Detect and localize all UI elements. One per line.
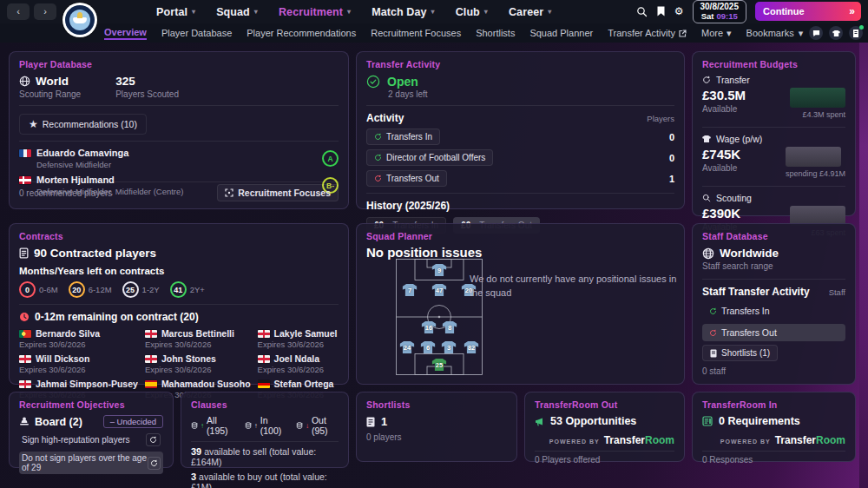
bucket-0-6m[interactable]: 00-6M [19, 281, 58, 298]
refresh-icon [709, 329, 717, 337]
search-icon[interactable] [636, 6, 648, 17]
continue-button[interactable]: Continue » [755, 2, 861, 21]
menu-squad[interactable]: Squad▾ [216, 6, 258, 18]
filter-label: All (195) [207, 415, 234, 436]
contract-cell[interactable]: Joel NdalaExpires 30/6/2026 [258, 353, 339, 374]
contract-cell[interactable]: Will DicksonExpires 30/6/2026 [19, 353, 138, 374]
forward-button[interactable]: › [34, 3, 56, 20]
dof-offers-chip[interactable]: Director of Football Offers [366, 149, 493, 166]
chevron-down-icon: ▾ [347, 8, 351, 16]
check-circle-icon [366, 75, 380, 89]
menu-label: Career [509, 6, 543, 18]
contract-cell[interactable]: Bernardo SilvaExpires 30/6/2026 [19, 328, 138, 349]
tab-recruitment-focuses[interactable]: Recruitment Focuses [371, 28, 461, 38]
tab-player-recommendations[interactable]: Player Recommendations [247, 28, 356, 38]
tab-label: More [701, 28, 723, 38]
gear-icon[interactable]: ⚙ [674, 5, 684, 17]
forward-icon: › [43, 6, 47, 16]
bucket-2y-plus[interactable]: 412Y+ [170, 281, 205, 298]
menu-career[interactable]: Career▾ [509, 6, 551, 18]
up-arrow-icon: ↑ [254, 422, 258, 430]
subnav-right: Bookmarks ▾ [746, 26, 868, 40]
nation-flag [145, 355, 157, 363]
nation-flag [145, 330, 157, 338]
chat-icon[interactable] [809, 26, 823, 40]
shortlist-icon [366, 417, 375, 427]
nation-flag [258, 355, 270, 363]
refresh-icon [374, 154, 382, 162]
menu-recruitment[interactable]: Recruitment▾ [279, 6, 351, 18]
panel-title: TransferRoom Out [535, 399, 674, 410]
shirt-icon[interactable] [829, 26, 843, 40]
chevron-down-icon: ▾ [431, 8, 435, 16]
objective-row[interactable]: Do not sign players over the age of 29 [19, 452, 163, 474]
recommended-player-row[interactable]: Eduardo Camavinga Defensive Midfielder A [19, 148, 339, 169]
squad-planner-description: We do not currently have any positional … [470, 273, 682, 300]
scout-rating-badge: A [322, 150, 339, 167]
shortlists-panel: Shortlists 1 0 players [356, 392, 517, 462]
undecided-badge: – Undecided [103, 415, 163, 428]
transfers-in-chip[interactable]: Transfers In [366, 129, 440, 145]
staff-shortlists-button[interactable]: Shortlists (1) [702, 345, 778, 361]
tab-player-database[interactable]: Player Database [161, 28, 232, 38]
tab-more[interactable]: More ▾ [701, 28, 732, 39]
clauses-filter-all[interactable]: ↑ All (195) [191, 415, 234, 436]
staff-transfers-out-row[interactable]: Transfers Out [702, 324, 845, 341]
board-icon [19, 417, 30, 426]
back-icon: ‹ [16, 6, 20, 16]
clauses-filter-out[interactable]: ↓ Out (95) [296, 415, 339, 436]
tab-squad-planner[interactable]: Squad Planner [529, 28, 593, 38]
staff-column-header: Staff [829, 287, 845, 297]
staff-range-value: Worldwide [720, 247, 779, 260]
top-bar: ‹ › Portal▾ Squad▾ Recruitment▾ Match Da… [0, 0, 868, 23]
panel-title: Squad Planner [366, 231, 674, 241]
club-crest[interactable] [62, 3, 97, 37]
objective-row[interactable]: Sign high-reputation players [19, 432, 163, 448]
bucket-1-2y[interactable]: 251-2Y [122, 281, 160, 298]
date-widget[interactable]: 30/8/2025 Sat09:15 [693, 0, 747, 23]
contract-cell[interactable]: Lakyle SamuelExpires 30/6/2026 [258, 328, 339, 349]
chevron-down-icon: ▾ [484, 8, 488, 16]
bucket-label: 0-6M [39, 285, 58, 294]
filter-label: Out (95) [312, 415, 339, 436]
shortlists-footer: 0 players [366, 432, 507, 442]
shirt-icon [702, 135, 711, 143]
bookmarks-dropdown[interactable]: Bookmarks ▾ [746, 28, 804, 39]
notes-icon[interactable] [849, 26, 863, 40]
recruitment-focuses-button[interactable]: Recruitment Focuses [217, 184, 339, 201]
panel-title: Player Database [19, 59, 339, 69]
chevron-down-icon: ▾ [727, 28, 732, 39]
clauses-panel: Clauses ↑ All (195) ↑ In (100) ↓ [181, 392, 349, 468]
contract-cell[interactable]: Marcus BettinelliExpires 30/6/2026 [145, 328, 251, 349]
pending-refresh-icon[interactable] [148, 457, 161, 470]
menu-match-day[interactable]: Match Day▾ [372, 6, 435, 18]
menu-club[interactable]: Club▾ [456, 6, 488, 18]
bucket-6-12m[interactable]: 206-12M [69, 281, 112, 298]
tab-overview[interactable]: Overview [104, 27, 147, 40]
bookmark-icon[interactable] [656, 6, 666, 16]
sub-nav: Overview Player Database Player Recommen… [0, 23, 868, 43]
star-icon: ★ [29, 118, 38, 130]
tab-shortlists[interactable]: Shortlists [476, 28, 515, 38]
transferroom-in-panel: TransferRoom In 0 Requirements POWERED B… [692, 392, 856, 462]
contract-cell[interactable]: John StonesExpires 30/6/2026 [145, 353, 251, 374]
pending-refresh-icon[interactable] [146, 433, 161, 446]
requirements-icon [702, 416, 713, 426]
clauses-filter-in[interactable]: ↑ In (100) [245, 415, 286, 436]
shortlists-count: 1 [381, 415, 387, 428]
nation-flag [19, 330, 31, 338]
chevron-down-icon: ▾ [192, 8, 195, 16]
back-button[interactable]: ‹ [7, 3, 30, 20]
scouting-range[interactable]: World Scouting Range [19, 75, 81, 99]
staff-transfers-in-row[interactable]: Transfers In [702, 302, 845, 320]
budget-amount: £390K [702, 206, 740, 221]
recommendations-button[interactable]: ★ Recommendations (10) [19, 114, 147, 135]
budget-label: Scouting [716, 193, 752, 203]
player-position: Defensive Midfielder [36, 160, 128, 169]
tab-transfer-activity[interactable]: Transfer Activity [608, 28, 687, 38]
menu-portal[interactable]: Portal▾ [156, 6, 195, 18]
search-icon [702, 194, 711, 202]
transfers-out-chip[interactable]: Transfers Out [366, 170, 447, 187]
nation-flag [19, 380, 31, 388]
responses-count: 0 Responses [702, 455, 845, 465]
